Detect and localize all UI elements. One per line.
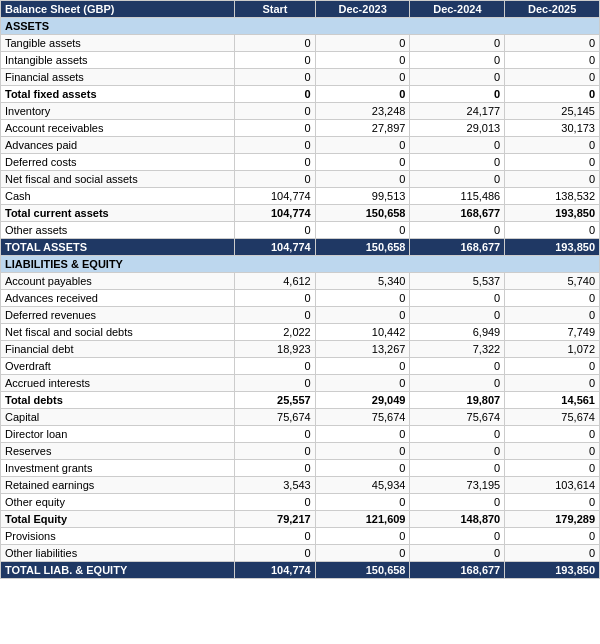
total-value: 104,774 — [235, 239, 316, 256]
row-value: 0 — [410, 443, 505, 460]
total-value: 150,658 — [315, 562, 410, 579]
col-dec2024: Dec-2024 — [410, 1, 505, 18]
row-value: 0 — [235, 443, 316, 460]
table-row: Accrued interests0000 — [1, 375, 600, 392]
row-value: 0 — [235, 103, 316, 120]
balance-sheet-table: Balance Sheet (GBP) Start Dec-2023 Dec-2… — [0, 0, 600, 579]
row-value: 0 — [315, 443, 410, 460]
row-value: 0 — [505, 375, 600, 392]
row-label: Advances paid — [1, 137, 235, 154]
row-label: Total Equity — [1, 511, 235, 528]
row-value: 0 — [410, 171, 505, 188]
row-value: 0 — [410, 375, 505, 392]
section-header-0: ASSETS — [1, 18, 600, 35]
row-value: 0 — [235, 545, 316, 562]
row-value: 3,543 — [235, 477, 316, 494]
total-label: TOTAL LIAB. & EQUITY — [1, 562, 235, 579]
table-row: Account receivables027,89729,01330,173 — [1, 120, 600, 137]
row-value: 0 — [235, 86, 316, 103]
row-value: 0 — [410, 222, 505, 239]
row-label: Deferred revenues — [1, 307, 235, 324]
row-label: Other liabilities — [1, 545, 235, 562]
row-value: 0 — [505, 494, 600, 511]
row-value: 7,749 — [505, 324, 600, 341]
row-value: 0 — [505, 460, 600, 477]
row-value: 0 — [315, 307, 410, 324]
row-value: 0 — [410, 494, 505, 511]
row-value: 5,740 — [505, 273, 600, 290]
row-label: Accrued interests — [1, 375, 235, 392]
table-row: Overdraft0000 — [1, 358, 600, 375]
table-row: Other liabilities0000 — [1, 545, 600, 562]
row-value: 10,442 — [315, 324, 410, 341]
row-value: 0 — [505, 35, 600, 52]
row-value: 0 — [315, 460, 410, 477]
row-value: 0 — [235, 52, 316, 69]
row-value: 150,658 — [315, 205, 410, 222]
table-row: Account payables4,6125,3405,5375,740 — [1, 273, 600, 290]
row-value: 0 — [235, 290, 316, 307]
total-value: 104,774 — [235, 562, 316, 579]
row-value: 0 — [235, 307, 316, 324]
row-value: 23,248 — [315, 103, 410, 120]
table-row: Financial assets0000 — [1, 69, 600, 86]
row-value: 0 — [235, 375, 316, 392]
total-value: 168,677 — [410, 562, 505, 579]
row-value: 179,289 — [505, 511, 600, 528]
table-row: Intangible assets0000 — [1, 52, 600, 69]
row-value: 0 — [315, 86, 410, 103]
table-row: Advances paid0000 — [1, 137, 600, 154]
row-value: 0 — [505, 171, 600, 188]
row-label: Net fiscal and social assets — [1, 171, 235, 188]
row-label: Investment grants — [1, 460, 235, 477]
row-label: Account receivables — [1, 120, 235, 137]
row-value: 0 — [235, 35, 316, 52]
row-value: 29,049 — [315, 392, 410, 409]
row-value: 104,774 — [235, 205, 316, 222]
row-label: Net fiscal and social debts — [1, 324, 235, 341]
row-label: Reserves — [1, 443, 235, 460]
row-value: 0 — [505, 545, 600, 562]
total-value: 193,850 — [505, 239, 600, 256]
row-label: Tangible assets — [1, 35, 235, 52]
row-value: 25,145 — [505, 103, 600, 120]
row-value: 0 — [410, 69, 505, 86]
row-value: 99,513 — [315, 188, 410, 205]
row-value: 0 — [410, 460, 505, 477]
row-value: 0 — [315, 137, 410, 154]
row-value: 0 — [235, 222, 316, 239]
row-value: 1,072 — [505, 341, 600, 358]
total-value: 168,677 — [410, 239, 505, 256]
row-value: 2,022 — [235, 324, 316, 341]
row-value: 0 — [315, 52, 410, 69]
table-row: Capital75,67475,67475,67475,674 — [1, 409, 600, 426]
row-label: Cash — [1, 188, 235, 205]
row-value: 5,340 — [315, 273, 410, 290]
table-row: Investment grants0000 — [1, 460, 600, 477]
row-value: 0 — [235, 69, 316, 86]
row-value: 24,177 — [410, 103, 505, 120]
row-value: 0 — [315, 222, 410, 239]
row-value: 148,870 — [410, 511, 505, 528]
row-value: 0 — [235, 137, 316, 154]
table-row: Director loan0000 — [1, 426, 600, 443]
row-label: Intangible assets — [1, 52, 235, 69]
row-value: 0 — [410, 35, 505, 52]
row-label: Financial assets — [1, 69, 235, 86]
table-row: Retained earnings3,54345,93473,195103,61… — [1, 477, 600, 494]
row-value: 0 — [410, 52, 505, 69]
row-value: 0 — [505, 52, 600, 69]
row-value: 75,674 — [505, 409, 600, 426]
row-value: 75,674 — [315, 409, 410, 426]
row-value: 0 — [235, 154, 316, 171]
table-row: Financial debt18,92313,2677,3221,072 — [1, 341, 600, 358]
col-start: Start — [235, 1, 316, 18]
row-value: 30,173 — [505, 120, 600, 137]
row-value: 0 — [235, 426, 316, 443]
col-dec2023: Dec-2023 — [315, 1, 410, 18]
row-value: 29,013 — [410, 120, 505, 137]
row-label: Total debts — [1, 392, 235, 409]
row-label: Financial debt — [1, 341, 235, 358]
row-value: 75,674 — [410, 409, 505, 426]
row-value: 168,677 — [410, 205, 505, 222]
